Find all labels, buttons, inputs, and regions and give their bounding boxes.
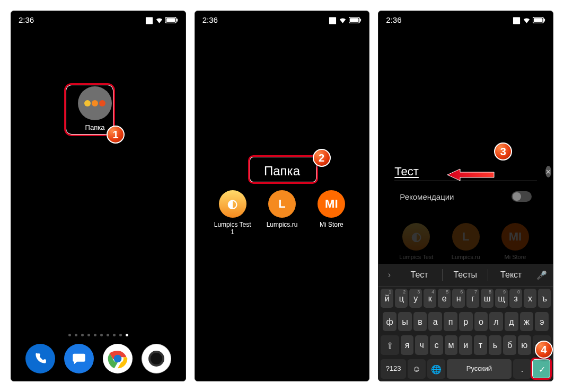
keyboard-row-1: й1ц2у3к4е5н6г7ш8щ9з0хъ (378, 287, 553, 310)
app-label: Lumpics.ru (446, 254, 486, 260)
app-icon-lumpics-ru: L (268, 190, 296, 218)
key[interactable]: а (428, 312, 442, 331)
annotation-badge-4: 4 (535, 341, 553, 359)
key[interactable]: с (430, 335, 443, 355)
suggestion[interactable]: Тесты (443, 267, 488, 283)
dock-messages-icon[interactable] (64, 344, 94, 373)
app-label: Lumpics Test 1 (213, 221, 252, 236)
dock-phone-icon[interactable] (25, 344, 55, 373)
key[interactable]: ъ (538, 289, 551, 308)
key[interactable]: о (474, 312, 488, 331)
folder-icon (78, 86, 112, 120)
mic-icon[interactable]: 🎤 (534, 270, 550, 280)
key[interactable]: р (459, 312, 473, 331)
app-label: Lumpics.ru (262, 221, 302, 228)
key[interactable]: ⇧ (381, 335, 399, 355)
key[interactable]: и (459, 335, 472, 355)
key-symbols[interactable]: ?123 (381, 359, 406, 379)
key[interactable]: д (505, 312, 518, 331)
suggestion[interactable]: Текст (488, 267, 534, 283)
folder-contents-dimmed: ◐ Lumpics Test L Lumpics.ru MI Mi Store (396, 223, 535, 260)
app-icon-lumpics-ru: L (452, 223, 480, 251)
dock-camera-icon[interactable] (142, 344, 171, 373)
key[interactable]: г7 (466, 289, 479, 308)
key[interactable]: ц2 (395, 289, 408, 308)
keyboard-row-2: фывапролджэ (378, 310, 553, 333)
svg-rect-11 (544, 19, 545, 22)
key[interactable]: п (444, 312, 457, 331)
folder-app[interactable]: L Lumpics.ru (446, 223, 486, 260)
app-icon-mistore: MI (501, 223, 529, 251)
svg-rect-8 (360, 19, 362, 22)
key[interactable]: в (413, 312, 427, 331)
key-space[interactable]: Русский (447, 359, 512, 379)
recommendations-label: Рекомендации (400, 192, 454, 201)
phone-screen-3: 2:36 3 ✕ Рекомендации ◐ Lumpi (378, 11, 553, 381)
dock-chrome-icon[interactable] (103, 344, 133, 373)
svg-rect-7 (350, 18, 359, 22)
folder-app[interactable]: ◐ Lumpics Test (396, 223, 436, 260)
annotation-arrow-icon (447, 168, 495, 184)
recommendations-row: Рекомендации (400, 191, 532, 202)
key[interactable]: м (445, 335, 458, 355)
annotation-badge-2: 2 (313, 149, 331, 167)
folder-app[interactable]: MI Mi Store (496, 223, 535, 260)
keyboard-row-3: ⇧ячсмитьбю⌫ (378, 333, 553, 357)
wifi-icon (155, 17, 163, 23)
key[interactable]: л (489, 312, 503, 331)
suggestion[interactable]: Тест (396, 267, 442, 283)
key[interactable]: э (535, 312, 549, 331)
svg-rect-10 (534, 18, 543, 22)
status-time: 2:36 (386, 15, 401, 24)
key[interactable]: ж (520, 312, 534, 331)
keyboard: › Тест Тесты Текст 🎤 й1ц2у3к4е5н6г7ш8щ9з… (378, 264, 553, 381)
status-icons (513, 15, 545, 24)
key[interactable]: з0 (509, 289, 522, 308)
key[interactable]: ч (415, 335, 428, 355)
folder-title[interactable]: Папка (195, 164, 369, 179)
phone-screen-2: 2:36 Папка 2 ◐ Lumpics Test 1 L Lumpics.… (195, 11, 370, 381)
key[interactable]: н6 (452, 289, 465, 308)
key[interactable]: й1 (381, 289, 393, 308)
key[interactable]: ф (383, 312, 396, 331)
key[interactable]: т (474, 335, 487, 355)
battery-icon (349, 17, 362, 23)
keyboard-row-4: ?123 ☺ 🌐 Русский . ✓ (378, 357, 553, 381)
key-emoji[interactable]: ☺ (408, 359, 426, 379)
folder-app[interactable]: MI Mi Store (312, 190, 351, 236)
svg-rect-1 (166, 18, 175, 22)
app-label: Mi Store (496, 254, 535, 260)
battery-icon (165, 17, 178, 23)
key-globe-icon[interactable]: 🌐 (427, 359, 445, 379)
status-time: 2:36 (202, 15, 218, 24)
key-period[interactable]: . (513, 359, 531, 379)
key[interactable]: ь (489, 335, 502, 355)
recommendations-toggle[interactable] (512, 191, 532, 202)
key[interactable]: б (503, 335, 516, 355)
suggestion-row: › Тест Тесты Текст 🎤 (378, 264, 553, 287)
clear-input-icon[interactable]: ✕ (545, 166, 551, 177)
svg-marker-12 (447, 169, 494, 181)
home-folder[interactable]: Папка (68, 86, 121, 131)
key[interactable]: я (401, 335, 414, 355)
folder-app[interactable]: L Lumpics.ru (262, 190, 302, 236)
battery-icon (533, 17, 545, 23)
key[interactable]: ш8 (481, 289, 494, 308)
key[interactable]: х (524, 289, 536, 308)
expand-suggestions-icon[interactable]: › (382, 270, 396, 280)
key[interactable]: у3 (409, 289, 422, 308)
key-enter[interactable]: ✓ (533, 359, 551, 379)
folder-app[interactable]: ◐ Lumpics Test 1 (213, 190, 252, 236)
key[interactable]: ы (398, 312, 412, 331)
key[interactable]: е5 (438, 289, 451, 308)
key[interactable]: к4 (424, 289, 436, 308)
signal-icon (329, 15, 337, 24)
folder-contents: ◐ Lumpics Test 1 L Lumpics.ru MI Mi Stor… (213, 190, 351, 236)
key[interactable]: щ9 (495, 289, 508, 308)
svg-rect-2 (177, 19, 178, 22)
dock (11, 344, 186, 373)
wifi-icon (523, 17, 531, 23)
page-indicator[interactable] (11, 334, 186, 336)
status-icons (329, 15, 362, 24)
key[interactable]: ю (518, 335, 531, 355)
